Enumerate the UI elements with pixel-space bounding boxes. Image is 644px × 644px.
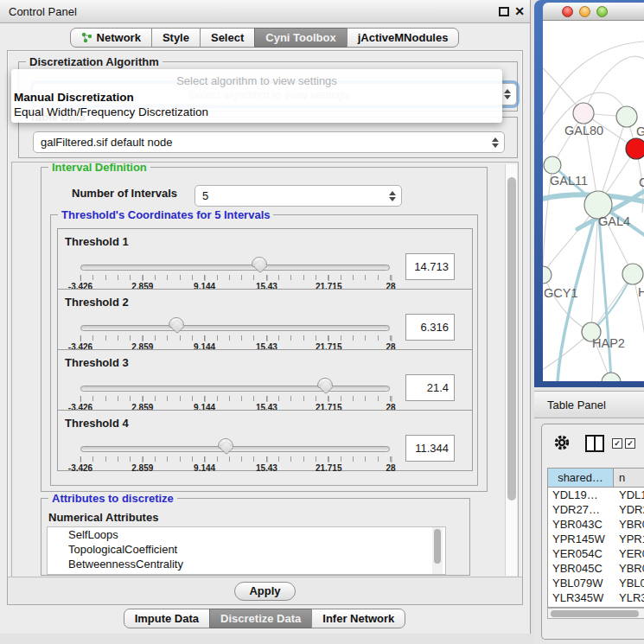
tab-label: Impute Data: [135, 612, 199, 625]
numerical-attributes-label: Numerical Attributes: [48, 511, 158, 524]
thresholds-group: Threshold's Coordinates for 5 Intervals …: [50, 214, 478, 486]
tab-cyni-toolbox[interactable]: Cyni Toolbox: [254, 28, 347, 48]
table-row[interactable]: YDL19…YDL1: [548, 488, 644, 502]
column-header-name[interactable]: n: [614, 469, 644, 487]
slider-ticks: [80, 396, 391, 401]
table-hscrollbar[interactable]: [547, 608, 644, 619]
node[interactable]: [602, 373, 621, 381]
tab-label: Infer Network: [322, 612, 394, 625]
table-row[interactable]: YER054CYER0: [548, 546, 644, 561]
attribute-item[interactable]: SelfLoops: [48, 527, 445, 542]
tab-select[interactable]: Select: [200, 28, 255, 48]
number-of-intervals-combo[interactable]: 5: [194, 185, 402, 207]
combo-arrows-icon: [389, 191, 396, 201]
threshold-panel: Threshold 3 -3.4262.8599.14415.4321.7152…: [57, 349, 473, 411]
table-cell: YBR043C: [548, 517, 614, 532]
slider-knob[interactable]: [169, 317, 184, 328]
panel-scrollbar[interactable]: [505, 164, 517, 576]
apply-button[interactable]: Apply: [234, 582, 295, 601]
top-tab-bar: Network Style Select Cyni Toolbox jActiv…: [0, 28, 530, 48]
minimize-traffic-light[interactable]: [579, 6, 590, 17]
threshold-value-field[interactable]: 21.4: [405, 374, 455, 401]
apply-strip: Apply: [8, 577, 522, 604]
checkbox-icon[interactable]: ✓: [612, 438, 622, 449]
table-cell: YBL0: [614, 576, 644, 590]
table-row[interactable]: YBL079WYBL0: [548, 576, 644, 590]
split-columns-icon[interactable]: [585, 435, 604, 452]
table-data-combo[interactable]: galFiltered.sif default node: [33, 131, 505, 153]
attribute-item[interactable]: BetweennessCentrality: [48, 557, 445, 571]
table-cell: YDL19…: [548, 488, 614, 502]
window-titlebar[interactable]: [543, 3, 644, 21]
table-row[interactable]: YBR045CYBR0: [548, 561, 644, 576]
svg-text:GAL4: GAL4: [598, 214, 630, 228]
table-row[interactable]: YLR345WYLR3: [548, 590, 644, 605]
svg-text:GAL11: GAL11: [550, 174, 588, 188]
table-row[interactable]: YPR145WYPR1: [548, 532, 644, 546]
table-header-row: shared… n: [548, 469, 644, 488]
list-scrollbar[interactable]: [432, 527, 443, 574]
network-window: GAL80 G GAL11 C GAL4 GCY1 H HAP2: [534, 0, 644, 387]
table-cell: YDL1: [614, 488, 644, 502]
table-data-group: Table Data galFiltered.sif default node: [18, 117, 518, 158]
close-traffic-light[interactable]: [562, 6, 573, 17]
table-cell: YBR045C: [548, 561, 614, 576]
table-panel-body: ✓ ✓ shared… n YDL19…YDL1YDR27…YDR2YBR043…: [534, 418, 644, 644]
combo-arrows-icon: [504, 89, 511, 99]
tab-infer-network[interactable]: Infer Network: [311, 609, 405, 628]
tab-jactivemnodules[interactable]: jActiveMNodules: [347, 28, 460, 48]
float-panel-icon[interactable]: [499, 7, 509, 16]
threshold-label: Threshold 1: [65, 235, 129, 248]
threshold-value-field[interactable]: 14.713: [405, 253, 455, 280]
tab-network[interactable]: Network: [70, 28, 152, 48]
slider-knob[interactable]: [317, 378, 333, 388]
tab-discretize-data[interactable]: Discretize Data: [209, 609, 312, 628]
column-header-shared-name[interactable]: shared…: [548, 469, 614, 487]
tick-label: 2.859: [131, 463, 153, 473]
scrollbar-thumb[interactable]: [434, 529, 441, 564]
table-row[interactable]: YBR043CYBR0: [548, 517, 644, 532]
node-gal80[interactable]: [573, 103, 594, 124]
group-label: Interval Definition: [48, 162, 150, 174]
table-cell: YDR2: [614, 502, 644, 517]
attribute-item[interactable]: TopologicalCoefficient: [48, 542, 445, 557]
table-data-value: galFiltered.sif default node: [41, 136, 172, 149]
threshold-value-field[interactable]: 11.344: [405, 435, 455, 462]
tick-label: -3.426: [68, 463, 92, 473]
table-row[interactable]: YDR27…YDR2: [548, 502, 644, 517]
node-gal11[interactable]: [544, 156, 561, 174]
table-cell: YER0: [614, 546, 644, 561]
slider-knob[interactable]: [252, 257, 267, 267]
gear-icon[interactable]: [552, 433, 571, 455]
scrollbar-thumb[interactable]: [551, 610, 639, 617]
tab-style[interactable]: Style: [151, 28, 201, 48]
node[interactable]: [622, 264, 643, 284]
checkbox-icon[interactable]: ✓: [625, 438, 635, 449]
slider-track[interactable]: [80, 386, 390, 392]
control-panel-titlebar: Control Panel ✕: [0, 0, 530, 23]
network-canvas[interactable]: GAL80 G GAL11 C GAL4 GCY1 H HAP2: [543, 21, 644, 381]
tab-label: Cyni Toolbox: [265, 31, 335, 44]
popup-item-manual-discretization[interactable]: Manual Discretization: [14, 91, 134, 104]
svg-text:G: G: [636, 124, 644, 138]
node[interactable]: [616, 106, 637, 127]
table-cell: YBR0: [614, 561, 644, 576]
threshold-value-field[interactable]: 6.316: [405, 314, 455, 341]
node-selected-red[interactable]: [626, 138, 644, 159]
slider-track[interactable]: [80, 325, 390, 331]
zoom-traffic-light[interactable]: [596, 6, 608, 17]
tick-label: 9.144: [194, 463, 215, 473]
popup-item-equal-width-frequency[interactable]: Equal Width/Frequency Discretization: [14, 105, 208, 118]
slider-track[interactable]: [80, 265, 390, 271]
slider-knob[interactable]: [218, 438, 233, 449]
slider-tick-labels: -3.4262.8599.14415.4321.71528: [80, 462, 391, 474]
numerical-attributes-list[interactable]: SelfLoopsTopologicalCoefficientBetweenne…: [47, 526, 446, 575]
popup-hint: Select algorithm to view settings: [11, 74, 502, 87]
panel-title: Control Panel: [9, 5, 77, 18]
tab-impute-data[interactable]: Impute Data: [124, 609, 210, 628]
node-gcy1[interactable]: [543, 266, 552, 284]
node-labels: GAL80 G GAL11 C GAL4 GCY1 H HAP2: [544, 124, 644, 350]
scrollbar-thumb[interactable]: [507, 177, 516, 501]
slider-track[interactable]: [80, 446, 390, 452]
close-icon[interactable]: ✕: [514, 4, 525, 18]
